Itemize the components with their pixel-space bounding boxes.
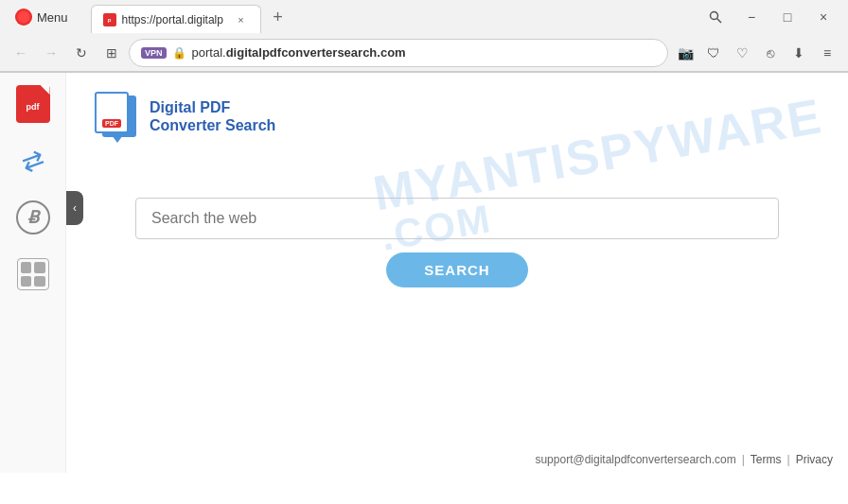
privacy-link[interactable]: Privacy [796,453,833,466]
logo-title-line2: Converter Search [150,116,275,134]
grid-cell-2 [34,262,45,273]
title-bar-left: Menu p https://portal.digitalp × + [8,1,299,33]
browser-chrome: Menu p https://portal.digitalp × + − [0,0,848,73]
url-text: portal.digitalpdfconvertersearch.com [192,45,656,60]
menu-label: Menu [37,10,68,25]
shield-button[interactable]: 🛡 [700,40,727,66]
pdf-icon-text: pdf [26,102,40,112]
grid-cell-3 [21,276,32,287]
nav-bar: ← → ↻ ⊞ VPN 🔒 portal.digitalpdfconverter… [0,34,848,72]
tab-favicon: p [103,13,116,26]
maximize-button[interactable]: □ [770,0,804,34]
vpn-badge: VPN [141,47,167,59]
page-layout: pdf ⇄ Ƀ ‹ MYANTISPYWARE [0,73,848,473]
minimize-button[interactable]: − [734,0,768,34]
arrows-icon: ⇄ [17,143,48,180]
logo-pdf-front: PDF [95,92,129,133]
url-domain: digitalpdfconvertersearch.com [226,45,406,60]
sidebar-item-grid[interactable] [11,252,55,296]
search-area: SEARCH [135,198,779,287]
close-button[interactable]: × [806,0,840,34]
pdf-red-icon: pdf [16,85,50,123]
footer-divider-1: | [742,453,745,466]
address-bar[interactable]: VPN 🔒 portal.digitalpdfconvertersearch.c… [129,39,668,67]
logo-pdf-arrow [112,135,123,143]
browser-tab-active[interactable]: p https://portal.digitalp × [91,5,261,33]
nav-right-icons: 📷 🛡 ♡ ⎋ ⬇ ≡ [672,40,840,66]
back-button[interactable]: ← [8,40,34,66]
footer: support@digitalpdfconvertersearch.com | … [132,446,848,473]
sidebar-collapse-button[interactable]: ‹ [66,191,83,225]
share-button[interactable]: ⎋ [757,40,784,66]
logo-text: Digital PDF Converter Search [150,98,275,134]
refresh-button[interactable]: ↻ [68,40,95,66]
sidebar-item-arrows[interactable]: ⇄ [11,139,55,182]
logo-title-line1: Digital PDF [150,98,275,116]
extensions-button[interactable]: ⊞ [98,40,125,66]
title-bar: Menu p https://portal.digitalp × + − [0,0,848,34]
footer-divider-2: | [787,453,790,466]
new-tab-button[interactable]: + [265,4,292,30]
grid-cell-1 [21,262,32,273]
terms-link[interactable]: Terms [751,453,782,466]
tab-close-button[interactable]: × [234,12,249,27]
logo-pdf-text: PDF [102,119,121,128]
camera-button[interactable]: 📷 [672,40,698,66]
search-input[interactable] [135,198,779,239]
tab-bar: p https://portal.digitalp × + [83,1,299,33]
svg-line-1 [717,19,722,24]
bitcoin-icon: Ƀ [16,200,50,235]
search-button[interactable]: SEARCH [386,252,527,287]
logo-area: PDF Digital PDF Converter Search [95,92,275,141]
tab-title: https://portal.digitalp [122,13,228,26]
logo-pdf-icon: PDF [95,92,140,141]
sidebar-item-crypto[interactable]: Ƀ [11,196,55,239]
grid-icon [17,258,49,290]
sidebar: pdf ⇄ Ƀ [0,73,66,473]
menu-button[interactable]: Menu [8,5,76,29]
search-button[interactable] [698,0,733,34]
bitcoin-label: Ƀ [27,207,39,228]
grid-cell-4 [34,276,45,287]
sidebar-item-pdf[interactable]: pdf [11,82,55,126]
lock-icon: 🔒 [172,46,186,60]
browser-menu-button[interactable]: ≡ [814,40,840,66]
svg-point-0 [711,12,718,20]
download-button[interactable]: ⬇ [786,40,812,66]
window-controls: − □ × [698,0,840,34]
opera-icon [15,9,32,26]
footer-email: support@digitalpdfconvertersearch.com [535,453,735,466]
main-content: MYANTISPYWARE .COM PDF Digital PDF Conve… [66,73,848,473]
heart-button[interactable]: ♡ [729,40,755,66]
forward-button[interactable]: → [38,40,64,66]
